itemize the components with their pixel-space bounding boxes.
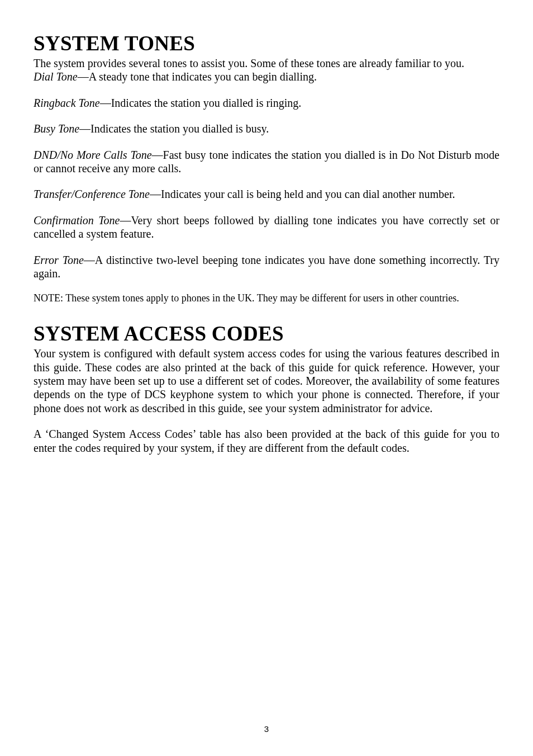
tone-name: DND/No More Calls Tone bbox=[34, 149, 152, 161]
document-page: SYSTEM TONES The system provides several… bbox=[0, 0, 533, 756]
tone-name: Dial Tone bbox=[34, 70, 78, 83]
page-number: 3 bbox=[0, 724, 533, 734]
tone-desc: —Indicates your call is being held and y… bbox=[150, 188, 455, 200]
heading-system-access-codes: SYSTEM ACCESS CODES bbox=[34, 322, 499, 346]
tone-name: Transfer/Conference Tone bbox=[34, 188, 150, 200]
intro-paragraph: The system provides several tones to ass… bbox=[34, 56, 499, 70]
tone-desc: —A steady tone that indicates you can be… bbox=[78, 70, 317, 83]
note-paragraph: NOTE: These system tones apply to phones… bbox=[34, 292, 499, 305]
tone-desc: —Indicates the station you dialled is bu… bbox=[79, 122, 269, 135]
tone-item: Dial Tone—A steady tone that indicates y… bbox=[34, 70, 499, 83]
tone-item: DND/No More Calls Tone—Fast busy tone in… bbox=[34, 148, 499, 176]
access-codes-para-2: A ‘Changed System Access Codes’ table ha… bbox=[34, 427, 499, 455]
tone-name: Ringback Tone bbox=[34, 97, 100, 109]
tone-desc: —Indicates the station you dialled is ri… bbox=[100, 97, 302, 109]
tone-name: Error Tone bbox=[34, 254, 84, 266]
tone-item: Confirmation Tone—Very short beeps follo… bbox=[34, 214, 499, 241]
tone-item: Busy Tone—Indicates the station you dial… bbox=[34, 122, 499, 135]
tone-item: Transfer/Conference Tone—Indicates your … bbox=[34, 187, 499, 201]
heading-system-tones: SYSTEM TONES bbox=[34, 31, 499, 55]
tone-name: Confirmation Tone bbox=[34, 214, 120, 226]
tone-item: Error Tone—A distinctive two-level beepi… bbox=[34, 253, 499, 281]
tone-item: Ringback Tone—Indicates the station you … bbox=[34, 96, 499, 110]
tone-desc: —A distinctive two-level beeping tone in… bbox=[34, 254, 499, 280]
tone-name: Busy Tone bbox=[34, 122, 79, 135]
access-codes-para-1: Your system is configured with default s… bbox=[34, 347, 499, 415]
